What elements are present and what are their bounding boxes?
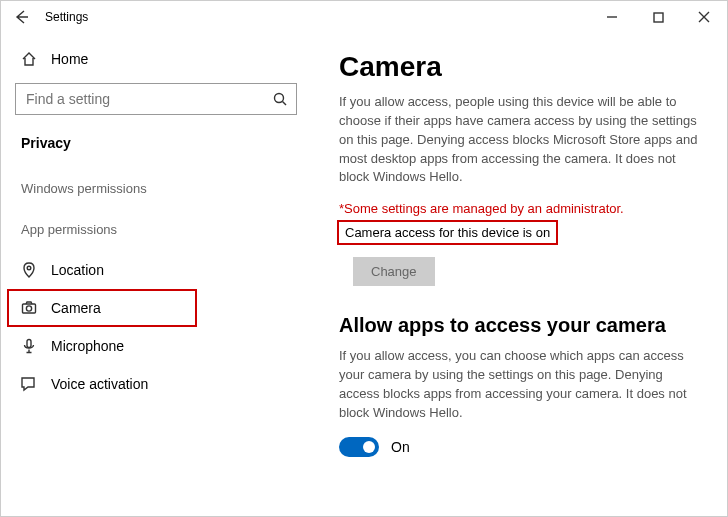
search-box [15, 83, 297, 115]
maximize-button[interactable] [635, 1, 681, 33]
nav-camera[interactable]: Camera [7, 289, 197, 327]
svg-point-2 [27, 266, 31, 270]
home-icon [21, 51, 37, 67]
nav-location[interactable]: Location [1, 251, 311, 289]
back-arrow-icon [13, 9, 29, 25]
intro-text: If you allow access, people using this d… [339, 93, 701, 187]
allow-apps-toggle[interactable] [339, 437, 379, 457]
nav-microphone-label: Microphone [51, 338, 124, 354]
sidebar: Home Privacy Windows permissions App per… [1, 33, 311, 516]
nav-voice-label: Voice activation [51, 376, 148, 392]
allow-apps-toggle-row: On [339, 437, 701, 457]
group-app-permissions: App permissions [1, 210, 311, 251]
maximize-icon [653, 12, 664, 23]
allow-apps-text: If you allow access, you can choose whic… [339, 347, 701, 422]
svg-rect-5 [27, 340, 31, 348]
minimize-icon [606, 11, 618, 23]
toggle-knob [363, 441, 375, 453]
device-access-status: Camera access for this device is on [339, 222, 556, 243]
location-icon [21, 262, 37, 278]
change-button[interactable]: Change [353, 257, 435, 286]
close-button[interactable] [681, 1, 727, 33]
toggle-label: On [391, 439, 410, 455]
svg-point-1 [275, 94, 284, 103]
section-privacy: Privacy [1, 129, 311, 169]
window-controls [589, 1, 727, 33]
search-icon [273, 92, 287, 106]
titlebar: Settings [1, 1, 727, 33]
camera-icon [21, 300, 37, 316]
admin-notice: *Some settings are managed by an adminis… [339, 201, 701, 216]
microphone-icon [21, 338, 37, 354]
window-title: Settings [41, 10, 88, 24]
page-heading: Camera [339, 51, 701, 83]
allow-apps-heading: Allow apps to access your camera [339, 314, 701, 337]
back-button[interactable] [1, 1, 41, 33]
nav-camera-label: Camera [51, 300, 101, 316]
svg-rect-0 [654, 13, 663, 22]
voice-icon [21, 376, 37, 392]
nav-home[interactable]: Home [1, 41, 311, 77]
minimize-button[interactable] [589, 1, 635, 33]
svg-point-4 [26, 306, 31, 311]
group-windows-permissions: Windows permissions [1, 169, 311, 210]
content-pane: Camera If you allow access, people using… [311, 33, 727, 516]
close-icon [698, 11, 710, 23]
nav-microphone[interactable]: Microphone [1, 327, 311, 365]
settings-window: Settings Home [0, 0, 728, 517]
nav-home-label: Home [51, 51, 88, 67]
nav-location-label: Location [51, 262, 104, 278]
nav-voice-activation[interactable]: Voice activation [1, 365, 311, 403]
search-input[interactable] [15, 83, 297, 115]
